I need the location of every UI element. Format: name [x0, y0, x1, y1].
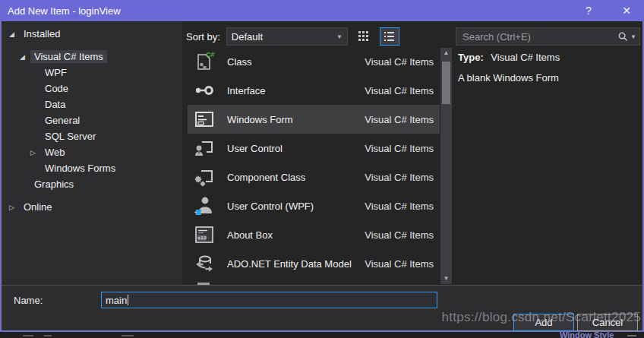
name-input-value: main: [106, 295, 127, 306]
list-item-windows-form[interactable]: Windows FormVisual C# Items: [188, 105, 440, 134]
tree-item-label: SQL Server: [41, 130, 99, 143]
list-view-button[interactable]: [380, 27, 399, 46]
sort-by-dropdown[interactable]: Default ▼: [226, 27, 348, 46]
tree-item-windows-forms[interactable]: Windows Forms: [3, 160, 182, 176]
item-label: User Control: [227, 143, 365, 154]
item-category: Visual C# Items: [365, 56, 434, 68]
item-label: Class: [227, 56, 365, 68]
search-input[interactable]: [462, 31, 617, 43]
item-category: Visual C# Items: [365, 85, 434, 96]
tree-item-label: Data: [41, 98, 69, 111]
grid-view-icon: [357, 30, 371, 43]
tree-item-label: Code: [41, 82, 72, 95]
strip-fragment: [23, 335, 33, 336]
item-category: Visual C# Items: [365, 172, 434, 183]
dialog-title: Add New Item - loginView: [8, 5, 121, 17]
search-box: ▼: [456, 27, 640, 46]
user-control-wpf-icon: [192, 194, 216, 218]
add-button[interactable]: Add: [513, 314, 574, 331]
text-caret: [128, 295, 128, 305]
ado-net-entity-icon: [192, 251, 216, 276]
component-class-icon: [192, 165, 216, 189]
expander-expanded-icon[interactable]: ◢: [9, 30, 20, 38]
titlebar: Add New Item - loginView ? ✕: [0, 0, 644, 21]
item-label: Windows Form: [227, 114, 365, 125]
name-input[interactable]: main: [101, 292, 437, 308]
add-new-item-dialog: Add New Item - loginView ? ✕ ◢Installed◢…: [0, 0, 644, 338]
cancel-button[interactable]: Cancel: [577, 314, 638, 331]
svg-text:v.1.0: v.1.0: [198, 235, 207, 240]
list-item-user-control-wpf[interactable]: User Control (WPF)Visual C# Items: [188, 191, 440, 220]
tree-item-web[interactable]: ▷Web: [3, 144, 182, 160]
list-item-user-control[interactable]: User ControlVisual C# Items: [188, 134, 440, 163]
tree-item-label: Installed: [20, 27, 64, 40]
sort-by-value: Default: [232, 31, 336, 43]
tree-item-installed[interactable]: ◢Installed: [3, 26, 182, 42]
list-item-interface[interactable]: InterfaceVisual C# Items: [188, 76, 440, 105]
item-label: Interface: [227, 85, 365, 96]
item-category: Visual C# Items: [365, 229, 434, 241]
item-category: Visual C# Items: [365, 258, 434, 270]
list-view-icon: [383, 30, 396, 43]
list-scrollbar[interactable]: ▲ ▼: [440, 48, 452, 284]
item-label: Component Class: [227, 172, 365, 183]
expander-collapsed-icon[interactable]: ▷: [30, 149, 41, 156]
chevron-down-icon: ▼: [336, 33, 343, 40]
scroll-up-icon[interactable]: ▲: [444, 48, 450, 58]
toolbar: Sort by: Default ▼: [186, 27, 399, 46]
item-category: Visual C# Items: [365, 114, 434, 125]
item-info-panel: Type: Visual C# Items A blank Windows Fo…: [458, 52, 640, 84]
close-icon[interactable]: ✕: [614, 0, 639, 21]
user-control-icon: [192, 136, 216, 160]
list-item-about-box[interactable]: v.1.0About BoxVisual C# Items: [188, 220, 440, 249]
tree-item-wpf[interactable]: WPF: [3, 65, 182, 81]
item-category: Visual C# Items: [365, 143, 434, 154]
item-label: About Box: [227, 229, 365, 241]
tree-item-data[interactable]: Data: [3, 96, 182, 112]
about-box-icon: v.1.0: [192, 223, 216, 247]
help-icon[interactable]: ?: [576, 0, 601, 21]
tree-item-graphics[interactable]: Graphics: [3, 176, 182, 192]
item-label: ADO.NET Entity Data Model: [227, 258, 365, 270]
tree-item-label: General: [41, 114, 84, 127]
tree-item-label: Web: [41, 146, 69, 159]
ide-bottom-strip: Window Style: [0, 332, 644, 338]
tree-item-label: WPF: [41, 66, 71, 79]
interface-icon: [192, 78, 216, 103]
class-icon: C#: [192, 49, 216, 74]
type-label: Type:: [458, 52, 484, 63]
search-icon[interactable]: [617, 31, 629, 43]
scrollbar-track[interactable]: [440, 58, 452, 284]
strip-fragment: [627, 335, 636, 336]
name-label: Name:: [14, 295, 43, 306]
tree-item-label: Graphics: [30, 178, 77, 191]
svg-text:C#: C#: [206, 51, 215, 58]
list-item-item[interactable]: [188, 278, 440, 285]
sort-by-label: Sort by:: [186, 31, 220, 43]
tree-item-sql-server[interactable]: SQL Server: [3, 128, 182, 144]
list-item-ado-net-entity-data-model[interactable]: ADO.NET Entity Data ModelVisual C# Items: [188, 249, 440, 278]
tree-item-label: Online: [20, 201, 56, 213]
expander-expanded-icon[interactable]: ◢: [20, 53, 30, 61]
item-description: A blank Windows Form: [458, 72, 640, 84]
item-category: Visual C# Items: [365, 201, 434, 212]
search-options-chevron-icon[interactable]: ▼: [630, 33, 636, 40]
footer: Name: main Add Cancel: [2, 285, 642, 330]
template-list: C#ClassVisual C# ItemsInterfaceVisual C#…: [188, 47, 440, 285]
type-value: Visual C# Items: [491, 52, 560, 63]
tree-item-online[interactable]: ▷Online: [3, 199, 182, 215]
tree-item-label: Visual C# Items: [30, 50, 107, 63]
scroll-down-icon[interactable]: ▼: [444, 273, 450, 284]
tree-item-general[interactable]: General: [3, 112, 182, 128]
clipped-properties-text: Window Style: [560, 332, 614, 338]
list-item-class[interactable]: C#ClassVisual C# Items: [188, 47, 440, 76]
expander-collapsed-icon[interactable]: ▷: [9, 204, 20, 211]
scrollbar-thumb[interactable]: [442, 62, 450, 104]
strip-fragment: [44, 335, 52, 336]
tree-item-label: Windows Forms: [41, 162, 119, 175]
list-item-component-class[interactable]: Component ClassVisual C# Items: [188, 163, 440, 191]
tree-item-visual-c-items[interactable]: ◢Visual C# Items: [3, 49, 182, 65]
tree-item-code[interactable]: Code: [3, 81, 182, 96]
strip-fragment: [122, 335, 134, 336]
medium-icons-view-button[interactable]: [354, 27, 374, 46]
